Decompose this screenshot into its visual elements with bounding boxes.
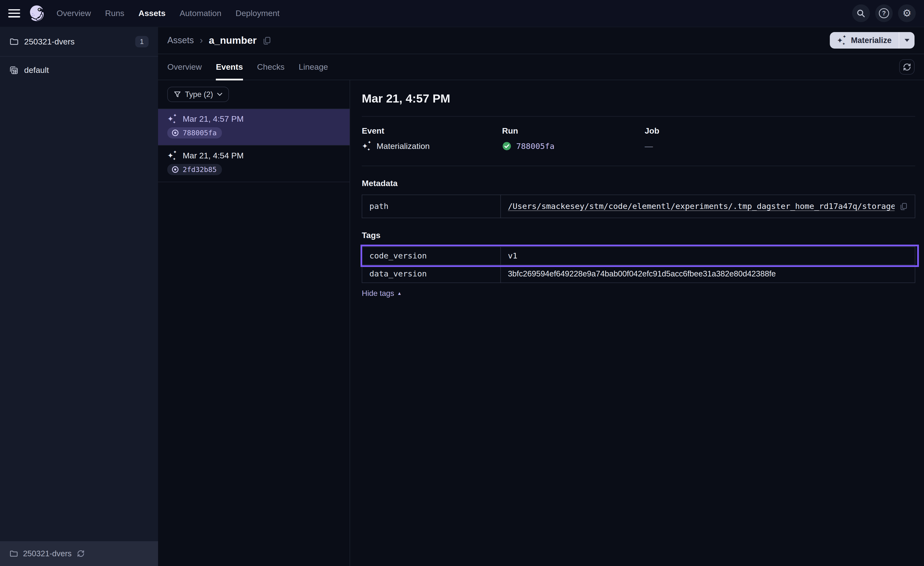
chevron-down-icon	[217, 93, 222, 96]
run-icon	[171, 166, 179, 173]
metadata-row: path /Users/smackesey/stm/code/elementl/…	[362, 195, 915, 218]
breadcrumb-chevron-icon: ›	[200, 35, 203, 46]
refresh-icon	[903, 63, 911, 71]
materialize-button[interactable]: ✦✦✦ Materialize	[830, 32, 899, 48]
materialize-dropdown-button[interactable]	[899, 32, 915, 48]
sidebar-item-label: 250321-dvers	[24, 37, 75, 47]
sidebar-item-label: default	[24, 65, 49, 75]
tab-overview[interactable]: Overview	[167, 54, 202, 80]
dagster-logo	[27, 3, 47, 24]
events-list-panel: Type (2) ✦✦✦ Mar 21, 4	[158, 80, 350, 566]
tab-checks[interactable]: Checks	[257, 54, 285, 80]
dagster-app: Overview Runs Assets Automation Deployme…	[0, 0, 924, 566]
code-location-label: 250321-dvers	[23, 549, 72, 558]
chevron-up-icon: ▲	[397, 291, 402, 296]
run-id-badge[interactable]: 2fd32b85	[167, 164, 222, 175]
run-id-link[interactable]: 788005fa	[516, 142, 555, 151]
tag-value: v1	[501, 247, 915, 265]
sidebar-item-default[interactable]: default	[0, 57, 158, 84]
metadata-path-link[interactable]: /Users/smackesey/stm/code/elementl/exper…	[508, 202, 895, 211]
event-detail-title: Mar 21, 4:57 PM	[362, 92, 915, 105]
tag-key: data_version	[362, 265, 501, 283]
materialization-sparkle-icon: ✦✦✦	[167, 151, 177, 160]
settings-button[interactable]: ⚙	[898, 5, 916, 22]
tag-key: code_version	[362, 247, 501, 265]
tab-events[interactable]: Events	[216, 54, 243, 80]
hide-tags-link[interactable]: Hide tags ▲	[362, 289, 402, 298]
tab-lineage[interactable]: Lineage	[298, 54, 328, 80]
divider	[362, 166, 915, 166]
copy-path-button[interactable]	[900, 202, 908, 210]
summary-event-column: Event ✦✦✦ Materialization	[362, 126, 502, 151]
run-icon	[171, 129, 179, 137]
search-icon	[856, 9, 865, 18]
asset-groups-sidebar: 250321-dvers 1 default	[0, 27, 158, 566]
tag-value: 3bfc269594ef649228e9a74bab00f042efc91d5a…	[501, 265, 915, 283]
materialize-split-button: ✦✦✦ Materialize	[830, 32, 915, 48]
code-location-footer: 250321-dvers	[0, 541, 158, 566]
event-rows: ✦✦✦ Mar 21, 4:57 PM 788005fa	[158, 108, 350, 182]
event-timestamp: Mar 21, 4:57 PM	[183, 114, 243, 123]
page-header: Assets › a_number ✦✦✦ Materialize	[158, 27, 924, 54]
gear-icon: ⚙	[902, 8, 911, 18]
sparkle-icon: ✦✦✦	[837, 36, 847, 45]
event-summary: Event ✦✦✦ Materialization Run	[362, 126, 915, 151]
tags-table: code_version v1 data_version 3bfc269594e…	[362, 247, 915, 283]
event-timestamp: Mar 21, 4:54 PM	[183, 151, 243, 160]
event-column-label: Event	[362, 126, 502, 135]
primary-nav: Overview Runs Assets Automation Deployme…	[57, 9, 279, 18]
event-type-value: Materialization	[376, 142, 430, 151]
top-nav: Overview Runs Assets Automation Deployme…	[0, 0, 924, 27]
asset-count-badge: 1	[135, 36, 148, 48]
metadata-table: path /Users/smackesey/stm/code/elementl/…	[362, 194, 915, 218]
help-button[interactable]: ?	[875, 5, 893, 22]
run-column-label: Run	[502, 126, 645, 135]
asset-detail-main: Assets › a_number ✦✦✦ Materialize	[158, 27, 924, 566]
type-filter-button[interactable]: Type (2)	[167, 87, 229, 102]
run-id: 2fd32b85	[183, 166, 216, 174]
hamburger-menu-icon[interactable]	[8, 9, 20, 18]
nav-item-overview[interactable]: Overview	[57, 9, 91, 18]
tag-row-code-version: code_version v1	[362, 247, 915, 265]
copy-asset-name-button[interactable]	[262, 36, 271, 45]
event-list-item[interactable]: ✦✦✦ Mar 21, 4:57 PM 788005fa	[158, 109, 350, 146]
nav-item-runs[interactable]: Runs	[105, 9, 124, 18]
copy-icon	[900, 202, 908, 210]
nav-item-automation[interactable]: Automation	[180, 9, 221, 18]
success-check-icon	[502, 142, 512, 151]
filter-icon	[174, 91, 181, 98]
reload-location-button[interactable]	[77, 550, 85, 557]
folder-icon	[9, 549, 18, 558]
summary-job-column: Job —	[645, 126, 915, 151]
job-value: —	[645, 142, 653, 151]
event-detail-panel: Mar 21, 4:57 PM Event ✦✦✦ Materializatio…	[350, 80, 924, 566]
filter-label: Type (2)	[185, 90, 213, 99]
metadata-heading: Metadata	[362, 179, 915, 188]
event-list-item[interactable]: ✦✦✦ Mar 21, 4:54 PM 2fd32b85	[158, 146, 350, 182]
summary-run-column: Run 788005fa	[502, 126, 645, 151]
metadata-key: path	[362, 195, 501, 218]
job-column-label: Job	[645, 126, 915, 135]
run-id: 788005fa	[183, 129, 216, 137]
materialize-label: Materialize	[851, 36, 891, 45]
chevron-down-icon	[904, 39, 909, 42]
run-id-badge[interactable]: 788005fa	[167, 127, 222, 138]
copy-icon	[262, 36, 271, 45]
folder-icon	[9, 37, 18, 46]
asset-tabs: Overview Events Checks Lineage	[167, 54, 328, 80]
help-icon: ?	[879, 8, 889, 18]
divider	[362, 116, 915, 117]
asset-group-icon	[9, 66, 18, 75]
tags-heading: Tags	[362, 230, 915, 240]
page-title: a_number	[209, 35, 256, 46]
refresh-icon	[77, 550, 85, 557]
breadcrumb-assets-link[interactable]: Assets	[167, 35, 194, 45]
asset-tabs-row: Overview Events Checks Lineage	[158, 54, 924, 80]
refresh-events-button[interactable]	[899, 59, 915, 75]
search-button[interactable]	[852, 5, 870, 22]
sidebar-item-250321-dvers[interactable]: 250321-dvers 1	[0, 27, 158, 57]
nav-item-deployment[interactable]: Deployment	[236, 9, 279, 18]
nav-item-assets[interactable]: Assets	[138, 9, 165, 18]
materialization-sparkle-icon: ✦✦✦	[362, 142, 372, 151]
filter-bar: Type (2)	[158, 80, 350, 108]
